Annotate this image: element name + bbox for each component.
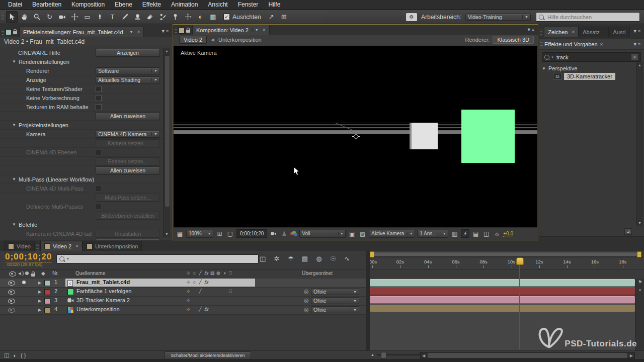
anchor-point-crosshair[interactable] xyxy=(354,134,358,139)
layer-name[interactable]: Unterkomposition xyxy=(76,306,120,312)
close-icon[interactable]: × xyxy=(263,27,266,33)
shy-switch-icon[interactable]: ☼ xyxy=(191,270,197,276)
group-multi-pass-linearer-workflow[interactable]: ▼Multi-Pass (Linearer Workflow) xyxy=(0,175,163,184)
menu-ebene[interactable]: Ebene xyxy=(110,0,137,10)
close-icon[interactable]: × xyxy=(572,29,575,35)
region-of-interest-icon[interactable]: ⊞ xyxy=(278,11,290,23)
panel-menu-icon[interactable]: ▼≡ xyxy=(630,29,644,34)
eraser-tool-icon[interactable] xyxy=(144,11,156,23)
puppet-pin-tool-icon[interactable] xyxy=(170,11,181,23)
tab-effect-controls[interactable]: Effekteinstellungen: Frau_mit_Tablet.c4d… xyxy=(19,27,144,37)
group-rendereinstellungen[interactable]: ▼Rendereinstellungen xyxy=(0,57,163,66)
axis-local-mode-icon[interactable] xyxy=(182,11,194,23)
workspace-dropdown[interactable]: Video-Training ▼ xyxy=(465,14,531,21)
anzeigen-button[interactable]: Anzeigen xyxy=(96,49,160,57)
effects-scrollbar[interactable]: ▲ ▼ xyxy=(636,62,643,226)
eye-toggle[interactable] xyxy=(8,299,15,304)
tab-character[interactable]: Zeichen × xyxy=(544,27,579,37)
fast-preview-icon[interactable]: ⚡︎ xyxy=(461,229,469,238)
frame-switch-icon[interactable]: ▤ xyxy=(209,270,215,276)
hide-shy-layers-icon[interactable]: ☂ xyxy=(286,253,296,263)
collapse-switch[interactable]: ⊹ xyxy=(185,289,191,294)
effect-controls-scrollbar[interactable]: ▲ ▼ xyxy=(163,48,170,237)
toggle-switches-icon[interactable]: ◫ xyxy=(4,352,9,358)
zoom-slider-thumb[interactable] xyxy=(381,352,386,358)
audio-column-icon[interactable]: ◄) xyxy=(17,270,24,276)
comp-marker-icon[interactable]: ⚑ xyxy=(635,280,644,285)
timeline-button-icon[interactable]: ▤ xyxy=(471,229,480,238)
scroll-right-icon[interactable]: ▶ xyxy=(628,353,634,358)
playhead-marker[interactable] xyxy=(516,257,524,265)
pan-behind-tool-icon[interactable] xyxy=(69,11,80,23)
expand-arrow-icon[interactable]: ▶ xyxy=(38,299,41,303)
lock-icon[interactable] xyxy=(186,30,190,33)
layer-row-4[interactable]: ▶4Unterkomposition⊹╱fx◎Ohne▼ xyxy=(0,306,370,315)
layer-row-2[interactable]: ▶2Farbfläche 1 verfolgen⊹╱□◎Ohne▼ xyxy=(0,288,370,297)
tab-comp-video-2[interactable]: Video 2 × xyxy=(40,241,83,251)
brush-tool-icon[interactable] xyxy=(119,11,131,23)
chevron-down-icon[interactable]: ▼ xyxy=(551,56,554,59)
grid-options-icon[interactable]: ▦ xyxy=(176,229,184,238)
solo-toggle[interactable] xyxy=(22,281,26,284)
time-ruler[interactable]: :00s02s04s06s08s10s12s14s16s18s xyxy=(370,257,644,270)
collapse-triangle-icon[interactable]: ▼ xyxy=(12,123,16,127)
pickwhip-icon[interactable]: ◎ xyxy=(304,306,309,313)
allen-zuweisen-button[interactable]: Allen zuweisen xyxy=(96,112,160,120)
pixel-aspect-icon[interactable]: ▥ xyxy=(450,229,459,238)
quality-switch[interactable]: ╱ xyxy=(197,307,203,312)
chevron-down-icon[interactable]: ▼ xyxy=(127,30,133,34)
expand-arrow-icon[interactable]: ▶ xyxy=(38,308,41,312)
draft-3d-icon[interactable]: ✲ xyxy=(272,253,282,263)
resolution-dropdown[interactable]: Voll▼ xyxy=(299,230,346,238)
adjust-switch-icon[interactable]: ◑ xyxy=(221,270,227,276)
layer-duration-bar[interactable] xyxy=(370,279,635,287)
eye-toggle[interactable] xyxy=(8,290,15,295)
expand-arrow-icon[interactable]: ▶ xyxy=(38,290,41,294)
layer-name[interactable]: Farbfläche 1 verfolgen xyxy=(76,288,131,294)
shy-switch[interactable]: ☼ xyxy=(191,280,197,285)
eye-toggle[interactable] xyxy=(8,281,15,286)
inout-columns-icon[interactable]: { } xyxy=(21,352,26,358)
scroll-down-icon[interactable]: ▼ xyxy=(636,220,643,226)
collapse-switch[interactable]: ⊹ xyxy=(185,298,191,303)
region-icon[interactable]: ▣ xyxy=(348,229,356,238)
group-befehle[interactable]: ▼Befehle xyxy=(0,220,163,229)
panel-gripper[interactable] xyxy=(540,41,543,48)
parent-dropdown[interactable]: Ohne▼ xyxy=(311,288,359,295)
timeline-search-box[interactable]: ▼ xyxy=(56,254,259,263)
transfer-modes-icon[interactable]: ◐ xyxy=(13,352,17,358)
menu-hilfe[interactable]: Hilfe xyxy=(263,0,285,10)
keine-vorberechnung-checkbox[interactable] xyxy=(96,95,102,101)
cube-switch-icon[interactable]: □ xyxy=(227,270,233,276)
breadcrumb-active-comp[interactable]: Video 2 xyxy=(179,36,207,44)
scrollbar-thumb[interactable] xyxy=(165,55,170,207)
frame-blending-icon[interactable]: ▤ xyxy=(300,253,310,263)
selection-tool-icon[interactable] xyxy=(6,11,18,23)
effects-search-box[interactable]: ▼ × xyxy=(542,52,641,62)
fx-switch[interactable]: fx xyxy=(203,280,209,285)
green-solid-layer[interactable] xyxy=(461,110,515,163)
pickwhip-icon[interactable]: ◎ xyxy=(304,297,309,304)
cube-switch[interactable]: □ xyxy=(227,289,233,294)
fx-switch-icon[interactable]: fx xyxy=(203,270,209,276)
magnification-dropdown[interactable]: 100%▼ xyxy=(186,230,213,238)
work-area-bar[interactable] xyxy=(371,252,640,256)
exposure-shutter-icon[interactable]: ☼ xyxy=(493,229,501,238)
layer-name[interactable]: Frau_mit_Tablet.c4d xyxy=(76,279,130,285)
menu-komposition[interactable]: Komposition xyxy=(66,0,110,10)
tab-paragraph[interactable]: Absatz xyxy=(579,27,609,37)
new-panel-grip-icon[interactable]: ⊿ xyxy=(624,228,632,235)
parent-column-header[interactable]: Übergeordnet xyxy=(302,270,333,276)
panel-menu-icon[interactable]: ▼≡ xyxy=(524,27,538,32)
panel-gripper[interactable] xyxy=(175,28,177,35)
collapse-triangle-icon[interactable]: ▼ xyxy=(12,177,16,182)
zoom-out-fit-icon[interactable]: ↗ xyxy=(266,11,277,23)
menu-bearbeiten[interactable]: Bearbeiten xyxy=(27,0,66,10)
layer-label-chip[interactable] xyxy=(44,289,50,295)
effects-category-perspective[interactable]: ▼ Perspektive xyxy=(539,64,644,72)
scroll-up-icon[interactable]: ▲ xyxy=(636,62,643,68)
effect-item-label[interactable]: 3D-Kameratracker xyxy=(564,73,615,80)
scroll-up-icon[interactable]: ▲ xyxy=(635,288,644,291)
effects-search-input[interactable] xyxy=(555,54,623,61)
snapshot-camera-icon[interactable] xyxy=(269,229,278,238)
